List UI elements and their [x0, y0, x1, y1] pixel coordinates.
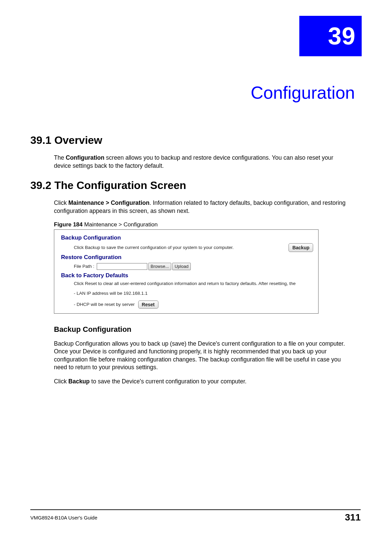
- section-configscreen-heading: 39.2 The Configuration Screen: [30, 179, 361, 192]
- page-footer: VMG8924-B10A User's Guide 311: [30, 509, 361, 523]
- figure-screenshot: Backup Configuration Click Backup to sav…: [54, 229, 319, 314]
- fig-bullet-dhcp: - DHCP will be reset by server Reset: [74, 300, 315, 309]
- fig-backup-row: Click Backup to save the current configu…: [74, 243, 313, 252]
- subsection-backup-para1: Backup Configuration allows you to back …: [54, 340, 351, 372]
- text: Click: [54, 199, 68, 206]
- footer-guide-name: VMG8924-B10A User's Guide: [30, 515, 97, 520]
- file-path-input[interactable]: [97, 263, 147, 270]
- chapter-title: Configuration: [251, 83, 355, 103]
- upload-button[interactable]: Upload: [172, 263, 191, 270]
- backup-button[interactable]: Backup: [289, 243, 313, 252]
- text: The: [54, 154, 66, 161]
- section-configscreen-body: Click Maintenance > Configuration. Infor…: [54, 199, 351, 215]
- bold-text: Backup: [68, 378, 90, 385]
- subsection-backup-para2: Click Backup to save the Device's curren…: [54, 378, 351, 386]
- file-path-label: File Path :: [74, 264, 94, 269]
- text: Click: [54, 378, 68, 385]
- figure-title: Maintenance > Configuration: [83, 221, 158, 228]
- text: to save the Device's current configurati…: [90, 378, 246, 385]
- fig-bullet-lan: - LAN IP address will be 192.168.1.1: [74, 291, 315, 296]
- text: - LAN IP address will be 192.168.1.1: [74, 291, 148, 296]
- fig-defaults-title: Back to Factory Defaults: [61, 272, 315, 279]
- browse-button[interactable]: Browse...: [148, 263, 171, 270]
- figure-caption: Figure 184 Maintenance > Configuration: [54, 221, 361, 228]
- chapter-number: 39: [328, 22, 356, 50]
- bold-text: Maintenance > Configuration: [68, 199, 150, 206]
- page-content: 39.1 Overview The Configuration screen a…: [30, 125, 361, 392]
- reset-button[interactable]: Reset: [138, 300, 158, 309]
- fig-restore-row: File Path : Browse... Upload: [74, 263, 315, 270]
- fig-backup-title: Backup Configuration: [61, 234, 315, 241]
- footer-page-number: 311: [345, 512, 361, 523]
- figure-label: Figure 184: [54, 221, 83, 228]
- fig-restore-title: Restore Configuration: [61, 254, 315, 261]
- fig-defaults-text: Click Reset to clear all user-entered co…: [74, 281, 315, 286]
- bold-text: Configuration: [66, 154, 104, 161]
- subsection-backup-heading: Backup Configuration: [54, 325, 361, 334]
- section-overview-body: The Configuration screen allows you to b…: [54, 154, 351, 170]
- fig-backup-text: Click Backup to save the current configu…: [74, 245, 234, 250]
- section-overview-heading: 39.1 Overview: [30, 134, 361, 147]
- text: - DHCP will be reset by server: [74, 302, 135, 307]
- chapter-badge: 39: [299, 16, 362, 56]
